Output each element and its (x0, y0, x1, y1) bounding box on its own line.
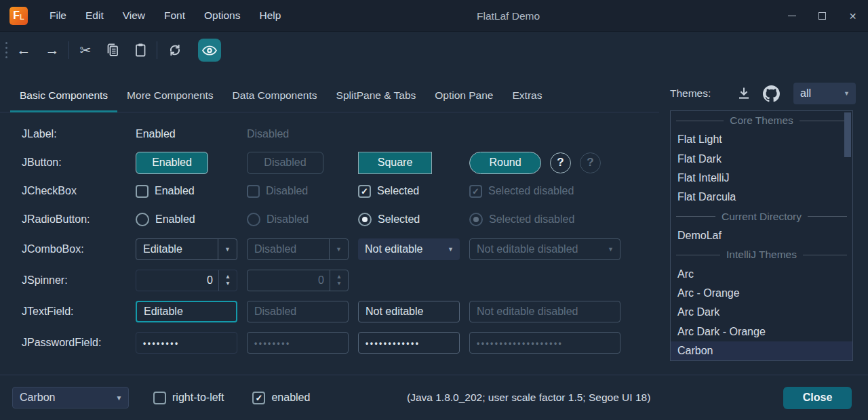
copy-icon (104, 42, 121, 58)
checkbox-selected[interactable]: ✓Selected (358, 185, 469, 198)
checkbox-enabled[interactable]: ✓Enabled (136, 185, 247, 198)
theme-item-carbon[interactable]: Carbon (671, 341, 852, 360)
menubar: File Edit View Font Options Help (40, 0, 290, 32)
cut-button[interactable]: ✂ (73, 38, 98, 62)
enabled-button[interactable]: Enabled (136, 152, 208, 174)
toolbar-grip-handle[interactable] (5, 42, 7, 58)
checkbox-icon[interactable]: ✓ (136, 185, 149, 198)
textfield-disabled: Disabled (247, 301, 349, 322)
spinner-arrows-icon: ▲▼ (330, 274, 348, 287)
help-button[interactable]: ? (550, 152, 571, 173)
radio-selected-icon (469, 213, 483, 226)
github-icon (763, 85, 780, 102)
radio-enabled[interactable]: Enabled (136, 213, 247, 226)
eye-icon (202, 45, 217, 56)
radio-selected-disabled: Selected disabled (469, 213, 658, 226)
github-link-button[interactable] (761, 83, 781, 104)
chevron-down-icon: ▼ (110, 394, 128, 402)
toolbar-separator (157, 41, 157, 59)
checkbox-checked-icon[interactable]: ✓ (252, 392, 265, 404)
themes-filter-combobox[interactable]: all ▼ (793, 83, 856, 104)
passwordfield-enabled[interactable]: •••••••• (136, 332, 237, 354)
radio-selected[interactable]: Selected (358, 213, 469, 226)
forward-arrow-icon: → (45, 42, 60, 58)
theme-item-arc-orange[interactable]: Arc - Orange (671, 284, 852, 303)
textfield-not-editable[interactable]: Not editable (358, 301, 460, 322)
tab-splitpane-tabs[interactable]: SplitPane & Tabs (327, 79, 426, 112)
passwordfield-not-editable-disabled: ••••••••••••••••••• (469, 332, 620, 354)
scrollbar-thumb[interactable] (844, 112, 851, 157)
row-jtextfield: JTextField: Editable Disabled Not editab… (0, 296, 658, 327)
theme-item-flat-light[interactable]: Flat Light (671, 130, 852, 149)
themes-section-header: Core Themes (671, 111, 852, 130)
close-icon: ✕ (849, 12, 857, 21)
menu-help[interactable]: Help (250, 0, 290, 32)
combobox-editable[interactable]: Editable▼ (136, 238, 237, 260)
tab-basic-components[interactable]: Basic Components (10, 79, 117, 112)
tab-data-components[interactable]: Data Components (223, 79, 327, 112)
tab-extras[interactable]: Extras (503, 79, 552, 112)
toolbar-separator (68, 41, 69, 59)
minimize-icon (788, 16, 796, 17)
radio-disabled: Disabled (247, 213, 358, 226)
theme-item-demolaf[interactable]: DemoLaf (671, 226, 852, 245)
right-to-left-checkbox[interactable]: ✓right-to-left (153, 392, 224, 404)
menu-options[interactable]: Options (195, 0, 250, 32)
jlabel-disabled: Disabled (247, 128, 358, 140)
back-button[interactable]: ← (12, 38, 36, 62)
passwordfield-not-editable[interactable]: •••••••••••• (358, 332, 460, 354)
jcombobox-row-label: JComboBox: (22, 243, 136, 255)
spinner-disabled: 0▲▼ (247, 270, 349, 291)
forward-button[interactable]: → (40, 38, 64, 62)
download-icon (736, 85, 752, 102)
theme-item-arc[interactable]: Arc (671, 265, 852, 284)
row-jlabel: JLabel: Enabled Disabled (0, 120, 658, 148)
spinner-enabled[interactable]: 0▲▼ (136, 270, 237, 291)
download-themes-button[interactable] (734, 83, 754, 104)
theme-combobox[interactable]: Carbon ▼ (12, 387, 129, 408)
radio-icon (247, 213, 260, 226)
show-hidden-toggle-button[interactable] (198, 39, 221, 62)
textfield-not-editable-disabled: Not editable disabled (469, 301, 620, 322)
chevron-down-icon: ▼ (330, 246, 348, 253)
theme-combobox-value: Carbon (13, 392, 110, 404)
theme-item-flat-darcula[interactable]: Flat Darcula (671, 188, 852, 207)
checkbox-checked-icon[interactable]: ✓ (358, 185, 371, 198)
maximize-button[interactable] (807, 0, 837, 32)
menu-view[interactable]: View (113, 0, 155, 32)
minimize-button[interactable] (776, 0, 807, 32)
scissors-icon: ✂ (80, 42, 92, 58)
radio-icon[interactable] (136, 213, 149, 226)
themes-section-header: Current Directory (671, 207, 852, 226)
jspinner-row-label: JSpinner: (22, 274, 136, 287)
theme-item-arc-dark-orange[interactable]: Arc Dark - Orange (671, 322, 852, 341)
spinner-arrows-icon[interactable]: ▲▼ (219, 274, 237, 287)
tab-option-pane[interactable]: Option Pane (425, 79, 502, 112)
themes-list: Core Themes Flat Light Flat Dark Flat In… (670, 110, 853, 361)
themes-label: Themes: (670, 87, 711, 100)
window-controls: ✕ (776, 0, 868, 32)
checkbox-icon[interactable]: ✓ (153, 392, 166, 404)
square-button[interactable]: Square (358, 152, 432, 174)
round-button[interactable]: Round (469, 152, 541, 174)
close-window-button[interactable]: ✕ (837, 0, 868, 32)
copy-button[interactable] (100, 38, 125, 62)
combobox-disabled: Disabled▼ (247, 238, 349, 260)
menu-font[interactable]: Font (155, 0, 195, 32)
combobox-not-editable[interactable]: Not editable▼ (358, 238, 460, 260)
close-button[interactable]: Close (783, 387, 852, 409)
theme-item-flat-dark[interactable]: Flat Dark (671, 150, 852, 169)
menu-edit[interactable]: Edit (76, 0, 113, 32)
menu-file[interactable]: File (40, 0, 76, 32)
radio-selected-icon[interactable] (358, 213, 372, 226)
enabled-checkbox[interactable]: ✓enabled (252, 392, 310, 404)
paste-button[interactable] (128, 38, 153, 62)
theme-item-flat-intellij[interactable]: Flat IntelliJ (671, 169, 852, 188)
refresh-button[interactable] (163, 38, 187, 62)
textfield-editable-focused[interactable]: Editable (136, 301, 237, 322)
back-arrow-icon: ← (17, 42, 31, 58)
paste-icon (132, 42, 149, 58)
jradiobutton-row-label: JRadioButton: (22, 213, 136, 226)
tab-more-components[interactable]: More Components (117, 79, 223, 112)
theme-item-arc-dark[interactable]: Arc Dark (671, 303, 852, 322)
